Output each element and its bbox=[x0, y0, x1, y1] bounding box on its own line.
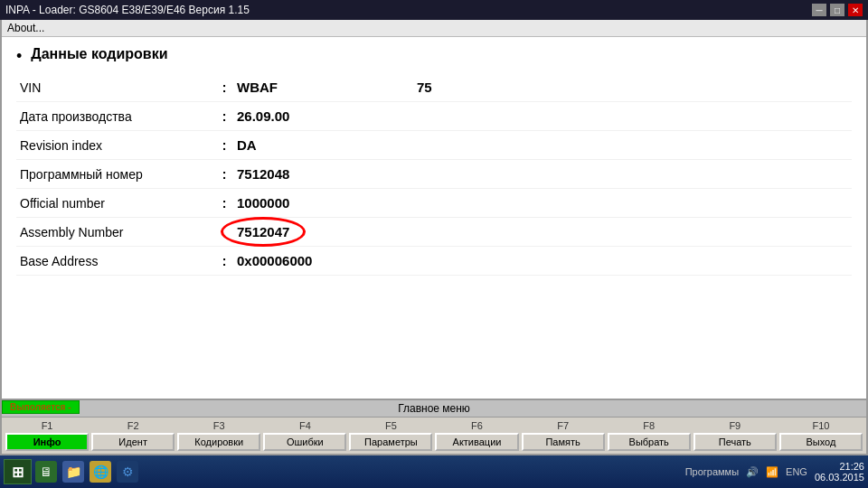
fkey-group-f4: F4Ошибки bbox=[263, 420, 346, 451]
menu-bar: About... bbox=[2, 20, 866, 37]
fkey-label-f4: F4 bbox=[299, 420, 311, 431]
date: 06.03.2015 bbox=[815, 472, 864, 483]
time: 21:26 bbox=[815, 461, 864, 472]
row-separator: : bbox=[215, 131, 233, 160]
close-button[interactable]: ✕ bbox=[848, 4, 863, 16]
fkey-button-f2[interactable]: Идент bbox=[91, 433, 175, 451]
fkey-button-f6[interactable]: Активации bbox=[435, 433, 518, 451]
fkey-group-f5: F5Параметры bbox=[349, 420, 432, 451]
fkey-button-f3[interactable]: Кодировки bbox=[177, 433, 260, 451]
row-value: 7512048 bbox=[233, 160, 852, 189]
row-label: Дата производства bbox=[16, 102, 215, 131]
lang-label: ENG bbox=[786, 466, 807, 477]
fkey-button-f7[interactable]: Память bbox=[522, 433, 605, 451]
table-row: Программный номер:7512048 bbox=[16, 160, 852, 189]
fkey-label-f7: F7 bbox=[557, 420, 569, 431]
row-value: DA bbox=[233, 131, 852, 160]
maximize-button[interactable]: □ bbox=[830, 4, 844, 16]
fkey-label-f1: F1 bbox=[42, 420, 53, 431]
function-key-bar: Выполяется - Главное меню F1ИнфоF2ИдентF… bbox=[2, 399, 866, 454]
fkey-group-f10: F10Выход bbox=[779, 420, 863, 451]
fkey-group-f6: F6Активации bbox=[435, 420, 518, 451]
taskbar-icon-3[interactable]: 🌐 bbox=[90, 461, 111, 483]
icon-2: 📁 bbox=[66, 465, 81, 479]
fkey-group-f9: F9Печать bbox=[693, 420, 777, 451]
window-body: About... • Данные кодировки VIN:WBAF 75Д… bbox=[0, 20, 868, 455]
row-label: Assembly Number bbox=[16, 218, 215, 247]
fkey-button-f8[interactable]: Выбрать bbox=[608, 433, 691, 451]
table-row: Дата производства:26.09.00 bbox=[16, 102, 852, 131]
fkey-button-f10[interactable]: Выход bbox=[779, 433, 863, 451]
row-value: 7512047 bbox=[233, 218, 852, 247]
taskbar: ⊞ 🖥 📁 🌐 ⚙ Программы 🔊 📶 ENG 21:26 06.03.… bbox=[0, 455, 868, 488]
fkey-label-f2: F2 bbox=[127, 420, 139, 431]
taskbar-icon-4[interactable]: ⚙ bbox=[117, 461, 138, 483]
highlighted-value: 7512047 bbox=[237, 224, 289, 239]
row-value: 0x00006000 bbox=[233, 247, 852, 276]
volume-icon: 🔊 bbox=[746, 466, 759, 478]
fkey-label-f3: F3 bbox=[213, 420, 225, 431]
signal-icon: 📶 bbox=[766, 466, 778, 478]
circle-highlight bbox=[221, 217, 306, 247]
fkey-button-f4[interactable]: Ошибки bbox=[263, 433, 346, 451]
clock: 21:26 06.03.2015 bbox=[815, 461, 864, 483]
table-row: Revision index:DA bbox=[16, 131, 852, 160]
row-value: WBAF 75 bbox=[233, 73, 852, 102]
fkey-button-f9[interactable]: Печать bbox=[693, 433, 777, 451]
title-bar: INPA - Loader: GS8604 E38/E39/E46 Версия… bbox=[0, 0, 868, 20]
table-row: VIN:WBAF 75 bbox=[16, 73, 852, 102]
table-row: Official number:1000000 bbox=[16, 189, 852, 218]
section-title: Данные кодировки bbox=[31, 46, 167, 62]
row-separator: : bbox=[215, 189, 233, 218]
fkey-button-f5[interactable]: Параметры bbox=[349, 433, 432, 451]
row-value: 1000000 bbox=[233, 189, 852, 218]
row-separator bbox=[215, 218, 233, 247]
fkey-group-f8: F8Выбрать bbox=[608, 420, 691, 451]
windows-icon: ⊞ bbox=[12, 464, 24, 481]
row-separator: : bbox=[215, 102, 233, 131]
table-row: Base Address:0x00006000 bbox=[16, 247, 852, 276]
fkey-group-f3: F3Кодировки bbox=[177, 420, 260, 451]
fkey-group-f2: F2Идент bbox=[91, 420, 175, 451]
fkey-group-f7: F7Память bbox=[522, 420, 605, 451]
table-row: Assembly Number7512047 bbox=[16, 218, 852, 247]
fkey-group-f1: F1Инфо bbox=[5, 420, 89, 451]
data-table: VIN:WBAF 75Дата производства:26.09.00Rev… bbox=[16, 73, 852, 276]
main-menu-label: Главное меню bbox=[398, 402, 470, 415]
row-label: Official number bbox=[16, 189, 215, 218]
taskbar-icon-2[interactable]: 📁 bbox=[62, 461, 84, 483]
fkey-label-f6: F6 bbox=[471, 420, 483, 431]
fkey-row: F1ИнфоF2ИдентF3КодировкиF4ОшибкиF5Параме… bbox=[2, 418, 866, 454]
row-separator: : bbox=[215, 73, 233, 102]
row-separator: : bbox=[215, 160, 233, 189]
row-label: Base Address bbox=[16, 247, 215, 276]
bullet-point: • bbox=[16, 48, 22, 64]
fkey-label-f8: F8 bbox=[643, 420, 655, 431]
icon-4: ⚙ bbox=[122, 465, 134, 479]
taskbar-icon-1[interactable]: 🖥 bbox=[35, 461, 57, 483]
taskbar-tray: Программы 🔊 📶 ENG 21:26 06.03.2015 bbox=[685, 461, 864, 483]
minimize-button[interactable]: ─ bbox=[812, 4, 826, 16]
row-separator: : bbox=[215, 247, 233, 276]
window-controls: ─ □ ✕ bbox=[812, 4, 863, 16]
icon-3: 🌐 bbox=[93, 465, 108, 479]
row-label: Программный номер bbox=[16, 160, 215, 189]
about-menu-item[interactable]: About... bbox=[7, 22, 44, 34]
vin-value: WBAF 75 bbox=[237, 80, 432, 95]
start-button[interactable]: ⊞ bbox=[4, 459, 32, 484]
icon-1: 🖥 bbox=[40, 465, 52, 479]
programs-label: Программы bbox=[685, 466, 739, 477]
section-header-row: • Данные кодировки bbox=[16, 46, 852, 73]
content-area: • Данные кодировки VIN:WBAF 75Дата произ… bbox=[2, 37, 866, 399]
fkey-label-f5: F5 bbox=[385, 420, 397, 431]
executing-label: Выполяется - bbox=[2, 400, 80, 414]
fkey-header: Выполяется - Главное меню bbox=[2, 400, 866, 418]
row-value: 26.09.00 bbox=[233, 102, 852, 131]
row-label: VIN bbox=[16, 73, 215, 102]
fkey-label-f9: F9 bbox=[729, 420, 741, 431]
window-title: INPA - Loader: GS8604 E38/E39/E46 Версия… bbox=[5, 4, 250, 16]
row-label: Revision index bbox=[16, 131, 215, 160]
fkey-label-f10: F10 bbox=[812, 420, 829, 431]
fkey-button-f1[interactable]: Инфо bbox=[5, 433, 89, 451]
taskbar-icons: 🖥 📁 🌐 ⚙ bbox=[35, 461, 138, 483]
